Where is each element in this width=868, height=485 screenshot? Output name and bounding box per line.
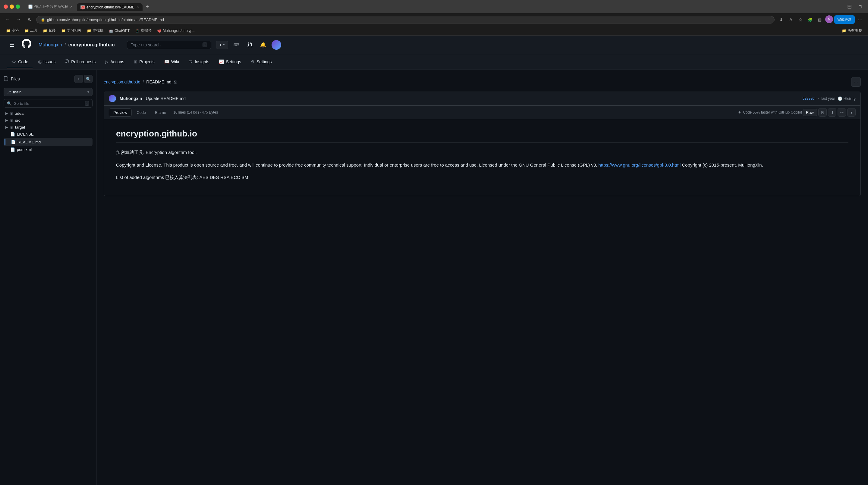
bookmark-gaoji[interactable]: 📁 高济 [4,27,22,34]
branch-selector[interactable]: ⎇ main ▾ [4,88,93,96]
readme-content: encryption.github.io 加密算法工具. Encryption … [104,119,861,196]
nav-tab-code[interactable]: <> Code [7,56,33,68]
notifications-button[interactable]: 🔔 [258,40,268,50]
browser-title-bar: 📄 作品上传-程序员客栈 ✕ 🐙 encryption.github.io/RE… [0,0,868,13]
tab-1-close[interactable]: ✕ [70,5,73,9]
file-path-repo-link[interactable]: encryption.github.io [104,79,140,84]
edit-file-button[interactable]: ✏ [838,108,846,117]
commit-hash[interactable]: 52999bf [802,96,815,101]
sidebar-actions: + 🔍 [74,75,93,83]
hamburger-menu-button[interactable]: ☰ [7,40,17,50]
file-viewer: Preview Code Blame 16 lines (14 loc) · 4… [104,105,861,196]
browser-chrome: 📄 作品上传-程序员客栈 ✕ 🐙 encryption.github.io/RE… [0,0,868,36]
bookmark-chatgpt[interactable]: 🤖 ChatGPT [106,28,132,33]
copy-content-button[interactable]: ⎘ [818,108,827,117]
translate-icon[interactable]: A [786,15,795,24]
nav-tab-actions[interactable]: ▷ Actions [101,56,128,68]
tab-2-close[interactable]: ✕ [136,5,139,9]
content-area: encryption.github.io / README.md ⎘ ··· M… [96,70,868,485]
bookmark-icon[interactable]: ☆ [796,15,805,24]
extensions-icon[interactable]: 🧩 [806,15,814,24]
github-logo[interactable] [22,39,31,51]
bookmark-all[interactable]: 📁 所有书签 [839,27,864,34]
download-file-button[interactable]: ⬇ [828,108,836,117]
browser-tab-2[interactable]: 🐙 encryption.github.io/README ✕ [77,3,143,11]
more-options-icon[interactable]: ⋯ [856,15,864,24]
search-files-button[interactable]: 🔍 [84,75,93,83]
close-window-button[interactable] [4,4,8,9]
file-search-bar[interactable]: 🔍 t [4,99,93,107]
back-button[interactable]: ← [4,15,12,24]
add-file-button[interactable]: + [74,75,83,83]
url-bar[interactable]: 🔒 github.com/Muhongxin/encryption.github… [36,16,775,24]
bookmark-ziteng[interactable]: 📁 紫藤 [40,27,58,34]
nav-tab-pull-requests[interactable]: Pull requests [61,56,100,68]
code-nav-icon: <> [11,59,16,64]
browser-tab-1[interactable]: 📄 作品上传-程序员客栈 ✕ [25,2,76,11]
nav-tab-security[interactable]: 🛡 Insights [184,56,213,68]
repo-name-link[interactable]: encryption.github.io [68,42,115,47]
command-palette-button[interactable]: ⌨ [232,40,241,50]
file-item-readme[interactable]: 📄 README.md [4,138,93,146]
file-path-header: encryption.github.io / README.md ⎘ ··· [104,77,861,87]
forward-button[interactable]: → [14,15,23,24]
nav-tab-wiki[interactable]: 📖 Wiki [160,56,183,68]
download-icon[interactable]: ⬇ [777,15,785,24]
global-search[interactable]: Type / to search / [127,41,211,49]
commit-message: Update README.md [146,96,186,101]
pull-requests-icon[interactable] [245,40,255,50]
file-item-license[interactable]: 📄 LICENSE [4,131,93,138]
bookmark-vm[interactable]: 📁 虚拟机 [84,27,106,34]
commit-author-name[interactable]: Muhongxin [120,96,142,101]
refresh-button[interactable]: ↻ [25,15,34,24]
history-button[interactable]: 🕐 History [838,96,856,101]
nav-tab-issues[interactable]: ◎ Issues [34,56,60,68]
create-new-button[interactable]: + ▾ [216,41,228,49]
file-more-options-button[interactable]: ··· [851,77,861,87]
active-file-indicator [4,139,5,145]
blame-tab[interactable]: Blame [151,109,170,116]
preview-tab[interactable]: Preview [109,108,132,117]
browser-minimize[interactable]: ⊟ [845,2,854,11]
folder-expand-icon: ▶ [5,111,8,116]
bookmark-muhongxin[interactable]: 🐙 Muhongxin/encryp... [155,28,198,33]
nav-tab-insights[interactable]: 📈 Settings [215,56,245,68]
repo-owner-link[interactable]: Muhongxin [38,42,62,47]
user-avatar[interactable] [272,40,281,50]
update-button[interactable]: 完成更新 [834,15,855,24]
security-nav-label: Insights [195,59,209,64]
browser-fullscreen[interactable]: ⊡ [856,2,864,11]
github-header: ☰ Muhongxin / encryption.github.io Type … [0,36,868,54]
file-item-target[interactable]: ▶ ▣ target [4,124,93,131]
file-item-pom[interactable]: 📄 pom.xml [4,146,93,153]
code-tab[interactable]: Code [132,109,150,116]
file-item-src[interactable]: ▶ ▣ src [4,117,93,124]
profile-icon[interactable]: M [825,15,833,23]
sidebar-icon[interactable]: ▤ [815,15,824,24]
file-item-idea[interactable]: ▶ ▣ .idea [4,110,93,117]
nav-tab-settings[interactable]: ⚙ Settings [247,56,276,68]
raw-button[interactable]: Raw [803,109,817,116]
new-tab-button[interactable]: + [143,3,152,11]
history-clock-icon: 🕐 [838,96,842,101]
bookmark-tools[interactable]: 📁 工具 [22,27,40,34]
nav-tab-projects[interactable]: ⊞ Projects [130,56,159,68]
minimize-window-button[interactable] [10,4,14,9]
maximize-window-button[interactable] [16,4,20,9]
browser-nav-bar: ← → ↻ 🔒 github.com/Muhongxin/encryption.… [0,13,868,26]
bookmark-virtual-num[interactable]: 📱 虚拟号 [133,27,154,34]
readme-paragraph-2: Copyright and License. This product is o… [116,161,848,169]
copilot-badge-text: Code 55% faster with GitHub Copilot [743,110,802,115]
bookmark-learning[interactable]: 📁 学习相关 [59,27,84,34]
file-search-input[interactable] [13,101,83,106]
wiki-nav-label: Wiki [171,59,179,64]
branch-icon: ⎇ [7,90,11,94]
readme-gpl-link[interactable]: https://www.gnu.org/licenses/gpl-3.0.htm… [598,162,681,167]
copy-path-button[interactable]: ⎘ [174,79,177,85]
security-nav-icon: 🛡 [189,59,193,64]
file-path-current-file: README.md [146,79,171,84]
blame-tab-label: Blame [155,110,166,115]
viewer-actions: Raw ⎘ ⬇ ✏ ▾ [803,108,856,117]
copilot-badge[interactable]: ✦ Code 55% faster with GitHub Copilot [738,110,802,115]
more-file-options-button[interactable]: ▾ [847,108,856,117]
